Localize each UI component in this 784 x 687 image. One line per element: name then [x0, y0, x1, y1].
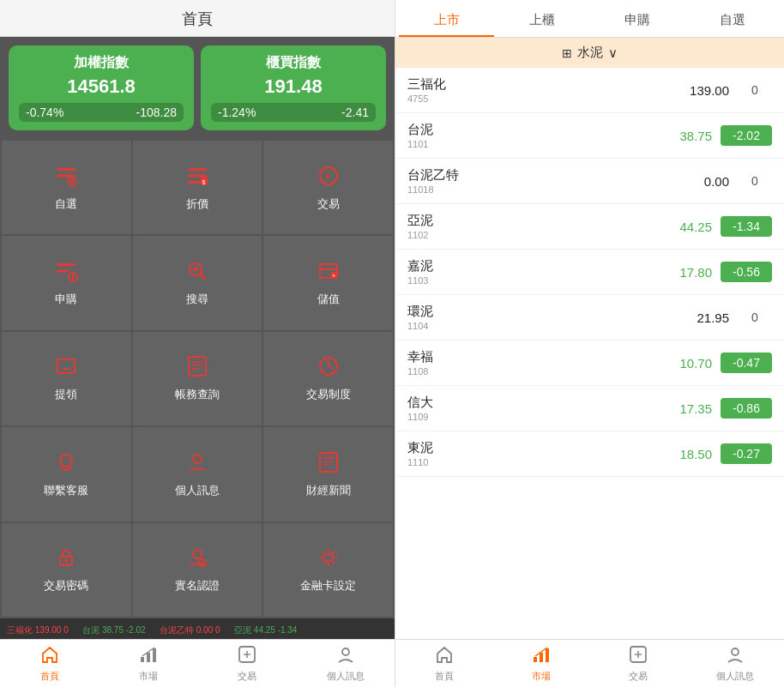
right-nav-item-首頁[interactable]: 首頁: [395, 640, 492, 687]
svg-point-34: [193, 455, 202, 463]
stock-row-0[interactable]: 三福化 4755 139.00 0: [395, 68, 784, 113]
right-tab-上市[interactable]: 上市: [399, 5, 494, 37]
index-card-weighted[interactable]: 加權指數 14561.8 -0.74% -108.28: [9, 45, 194, 130]
stock-info-8: 東泥 1110: [407, 440, 652, 467]
index-cards: 加權指數 14561.8 -0.74% -108.28 櫃買指數 191.48 …: [0, 37, 395, 139]
category-bar[interactable]: ⊞ 水泥 ∨: [395, 38, 784, 68]
menu-label-0: 自選: [55, 196, 77, 212]
stock-row-8[interactable]: 東泥 1110 18.50 -0.27: [395, 431, 784, 477]
svg-line-32: [329, 366, 333, 369]
menu-label-8: 交易制度: [306, 387, 351, 402]
grid-icon: ⊞: [562, 46, 572, 60]
stock-code-8: 1110: [407, 457, 652, 467]
index-card-otc[interactable]: 櫃買指數 191.48 -1.24% -2.41: [201, 45, 386, 130]
menu-item-2[interactable]: ¥交易: [263, 141, 393, 234]
stock-name-6: 幸福: [407, 349, 652, 365]
chevron-down-icon: ∨: [608, 45, 618, 61]
menu-item-7[interactable]: 帳務查詢: [133, 332, 262, 425]
otc-footer: -1.24% -2.41: [211, 103, 376, 122]
ticker-item-1: 三福化 139.00 0: [7, 625, 69, 635]
left-nav-label-3: 個人訊息: [327, 670, 365, 683]
menu-item-0[interactable]: 自選: [2, 141, 131, 234]
menu-label-10: 個人訊息: [175, 483, 220, 498]
menu-item-11[interactable]: N財經新聞: [263, 427, 393, 521]
stock-price-8: 18.50: [652, 447, 712, 461]
menu-item-10[interactable]: 個人訊息: [133, 427, 262, 521]
ticker-item-4: 亞泥 44.25 -1.34: [234, 625, 297, 635]
stock-name-0: 三福化: [407, 76, 669, 93]
市場-nav-icon: [139, 645, 158, 668]
menu-item-6[interactable]: 提領: [2, 332, 131, 425]
svg-point-42: [193, 550, 202, 558]
個人訊息-nav-icon: [336, 645, 355, 668]
stock-row-2[interactable]: 台泥乙特 11018 0.00 0: [395, 159, 784, 204]
stock-info-4: 嘉泥 1103: [407, 258, 652, 286]
verify-icon: [185, 545, 209, 573]
left-nav-item-個人訊息[interactable]: 個人訊息: [296, 640, 395, 687]
menu-label-11: 財經新聞: [306, 483, 351, 498]
stock-list: 三福化 4755 139.00 0 台泥 1101 38.75 -2.02 台泥…: [395, 68, 784, 639]
right-nav-item-市場[interactable]: 市場: [492, 640, 589, 687]
weighted-value: 14561.8: [19, 75, 184, 98]
ticker-bar: 三福化 139.00 0 台泥 38.75 -2.02 台泥乙特 0.00 0 …: [0, 618, 395, 639]
stock-row-6[interactable]: 幸福 1108 10.70 -0.47: [395, 340, 784, 386]
ticket-icon: $: [185, 164, 209, 191]
menu-item-3[interactable]: 申購: [2, 236, 131, 329]
right-nav-label-1: 市場: [532, 670, 551, 683]
svg-rect-35: [320, 453, 337, 472]
right-nav-item-交易[interactable]: 交易: [590, 640, 687, 687]
svg-rect-55: [546, 648, 549, 662]
首頁-nav-icon: [40, 645, 59, 668]
right-交易-icon: [629, 645, 648, 668]
card-icon: [317, 545, 341, 573]
right-tab-自選[interactable]: 自選: [685, 5, 781, 37]
right-個人訊息-icon: [726, 645, 745, 668]
stock-change-6: -0.47: [721, 353, 772, 373]
stock-row-5[interactable]: 環泥 1104 21.95 0: [395, 295, 784, 340]
otc-pct: -1.24%: [218, 105, 256, 119]
stock-row-4[interactable]: 嘉泥 1103 17.80 -0.56: [395, 250, 784, 295]
stock-code-5: 1104: [407, 321, 669, 331]
left-nav-label-1: 市場: [139, 670, 158, 683]
left-header: 首頁: [0, 0, 395, 37]
right-nav-item-個人訊息[interactable]: 個人訊息: [687, 640, 784, 687]
stock-name-7: 信大: [407, 395, 652, 411]
right-nav-label-3: 個人訊息: [716, 670, 754, 683]
stock-price-4: 17.80: [652, 265, 712, 280]
menu-item-8[interactable]: 交易制度: [263, 332, 393, 425]
stock-name-2: 台泥乙特: [407, 167, 669, 184]
ticker-item-2: 台泥 38.75 -2.02: [82, 625, 145, 635]
stock-row-7[interactable]: 信大 1109 17.35 -0.86: [395, 386, 784, 431]
stock-row-1[interactable]: 台泥 1101 38.75 -2.02: [395, 113, 784, 159]
right-tab-申購[interactable]: 申購: [590, 5, 685, 37]
stock-info-7: 信大 1109: [407, 395, 652, 422]
menu-item-9[interactable]: 聯繫客服: [2, 427, 131, 521]
menu-item-1[interactable]: $折價: [133, 141, 262, 234]
left-nav-item-交易[interactable]: 交易: [197, 640, 296, 687]
menu-item-14[interactable]: 金融卡設定: [263, 523, 393, 617]
stock-name-5: 環泥: [407, 304, 669, 320]
left-nav-item-首頁[interactable]: 首頁: [0, 640, 99, 687]
svg-text:N: N: [329, 453, 333, 458]
left-nav-label-0: 首頁: [40, 670, 59, 683]
deposit-icon: +: [317, 259, 341, 286]
svg-point-41: [64, 559, 68, 563]
menu-item-13[interactable]: 實名認證: [133, 523, 262, 617]
right-市場-icon: [532, 645, 551, 668]
menu-label-4: 搜尋: [186, 292, 208, 307]
menu-item-12[interactable]: 交易密碼: [2, 523, 131, 617]
menu-label-12: 交易密碼: [44, 578, 88, 594]
stock-name-8: 東泥: [407, 440, 652, 456]
stock-code-7: 1109: [407, 412, 652, 422]
menu-item-4[interactable]: 搜尋: [133, 236, 262, 329]
menu-label-3: 申購: [55, 292, 77, 307]
stock-row-3[interactable]: 亞泥 1102 44.25 -1.34: [395, 204, 784, 250]
left-nav-item-市場[interactable]: 市場: [99, 640, 197, 687]
svg-rect-48: [153, 648, 156, 662]
password-icon: [54, 545, 78, 573]
menu-item-5[interactable]: +儲值: [263, 236, 393, 329]
svg-point-33: [60, 455, 72, 467]
stock-info-0: 三福化 4755: [407, 76, 669, 104]
right-tab-上櫃[interactable]: 上櫃: [494, 5, 589, 37]
weighted-footer: -0.74% -108.28: [19, 103, 184, 122]
